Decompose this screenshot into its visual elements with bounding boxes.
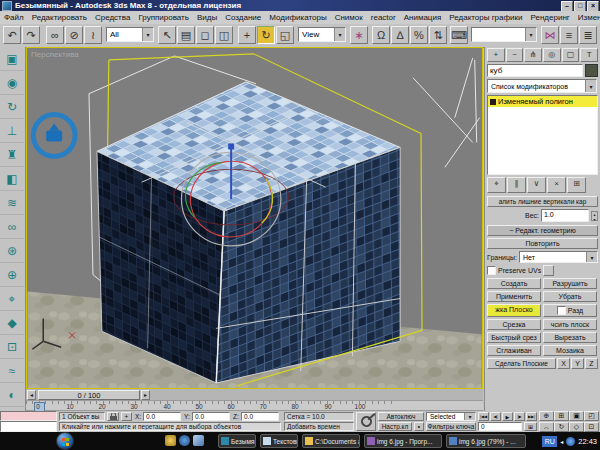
menu-customize[interactable]: Изменить (574, 13, 600, 22)
zoom-all-icon[interactable]: ⊞ (554, 411, 569, 421)
left-toolbar-button[interactable]: ◉ (0, 71, 24, 95)
time-slider-left-icon[interactable]: ◂ (27, 390, 36, 400)
collapse-button[interactable]: Разрушить (543, 278, 597, 289)
track-bar[interactable]: 0 10 20 30 40 50 60 70 80 90 100 (26, 401, 483, 411)
rectangular-selection-region-icon[interactable]: ◻ (196, 26, 214, 44)
weight-spinner[interactable]: ▴▾ (591, 211, 598, 221)
make-planar-button[interactable]: Сделать Плоские (487, 358, 556, 369)
select-object-icon[interactable]: ↖ (158, 26, 176, 44)
constraints-dropdown[interactable]: Нет ▾ (519, 251, 598, 263)
absolute-offset-mode-icon[interactable]: + (121, 412, 132, 421)
key-mode-dropdown[interactable]: Selected ▾ (426, 412, 476, 421)
tray-bluetooth-icon[interactable] (566, 437, 575, 446)
tab-modify-icon[interactable]: ~ (506, 48, 524, 62)
unlink-selection-icon[interactable]: ⊘ (65, 26, 83, 44)
menu-reactor[interactable]: reactor (367, 13, 400, 22)
split-option[interactable]: Разд (543, 304, 597, 317)
perspective-viewport[interactable]: Перспектива (26, 47, 483, 389)
chevron-down-icon[interactable]: ▾ (142, 28, 153, 41)
show-end-result-icon[interactable]: ∥ (507, 177, 526, 193)
angle-snap-icon[interactable]: ∆ (391, 26, 409, 44)
key-filters-button[interactable]: Фильтры ключа (426, 422, 476, 431)
add-time-tag[interactable]: Добавить времен (284, 422, 354, 431)
modifier-stack-item[interactable]: Изменяемый полигон (488, 96, 597, 107)
left-toolbar-button[interactable]: ▣ (0, 47, 24, 71)
go-to-end-icon[interactable]: ▶▶| (526, 412, 537, 421)
slice-button[interactable]: Срезка (487, 319, 541, 330)
key-filter-icon[interactable]: • (414, 422, 424, 431)
select-and-manipulate-icon[interactable]: ∗ (350, 26, 368, 44)
menu-views[interactable]: Виды (193, 13, 221, 22)
selection-filter-dropdown[interactable]: All ▾ (106, 27, 154, 42)
make-unique-icon[interactable]: ∨ (527, 177, 546, 193)
tab-create-icon[interactable]: + (487, 48, 505, 62)
left-toolbar-button[interactable]: ⊥ (0, 119, 24, 143)
min-max-toggle-icon[interactable]: ⊡ (584, 422, 599, 432)
modifier-list-dropdown[interactable]: Список модификаторов ▾ (487, 79, 597, 93)
quick-launch-icon[interactable] (193, 435, 204, 446)
reference-coordinate-dropdown[interactable]: View ▾ (298, 27, 346, 42)
left-toolbar-button[interactable]: ⊛ (0, 239, 24, 263)
object-color-swatch[interactable] (585, 64, 598, 77)
quick-launch-icon[interactable] (165, 435, 176, 446)
menu-group[interactable]: Группировать (134, 13, 193, 22)
menu-snapshot[interactable]: Снимок (331, 13, 367, 22)
menu-tools[interactable]: Средства (91, 13, 134, 22)
left-toolbar-button[interactable]: ◧ (0, 167, 24, 191)
rollout-edit-geometry[interactable]: − Редакт. геометрию (487, 225, 598, 236)
set-keys-icon[interactable] (356, 412, 376, 431)
chevron-down-icon[interactable]: ▾ (585, 80, 596, 92)
macro-recorder-line[interactable] (0, 411, 57, 421)
menu-animation[interactable]: Анимация (400, 13, 446, 22)
quick-launch-icon[interactable] (179, 435, 190, 446)
key-settings-button[interactable]: Настр.кл (378, 422, 412, 431)
configure-modifier-sets-icon[interactable]: ⊞ (567, 177, 586, 193)
keyboard-shortcut-override-icon[interactable]: ⌨ (450, 26, 468, 44)
z-coordinate-field[interactable]: 0.0 (241, 412, 279, 421)
current-frame-field[interactable]: 0 (478, 422, 522, 431)
zoom-icon[interactable]: ⊕ (539, 411, 554, 421)
menu-file[interactable]: Файл (0, 13, 28, 22)
field-of-view-icon[interactable]: ◇ (569, 422, 584, 432)
create-button[interactable]: Создать (487, 278, 541, 289)
taskbar-task-explorer[interactable]: C:\Documents and... (302, 434, 360, 448)
taskbar-task-image-program[interactable]: img 6.jpg - Прогр... (364, 434, 442, 448)
next-frame-icon[interactable]: |▶ (514, 412, 525, 421)
chevron-down-icon[interactable]: ▾ (525, 28, 536, 41)
select-by-name-icon[interactable]: ▤ (177, 26, 195, 44)
auto-key-button[interactable]: Автоключ (378, 412, 424, 421)
tray-chevron-icon[interactable]: ◂ (560, 438, 563, 445)
go-to-start-icon[interactable]: |◀◀ (478, 412, 489, 421)
taskbar-task-image-viewer[interactable]: img 6.jpg (79%) - ... (446, 434, 526, 448)
arc-rotate-icon[interactable]: ↻ (554, 422, 569, 432)
weight-field[interactable]: 1.0 (541, 209, 589, 222)
preserve-uvs-settings-icon[interactable] (543, 265, 554, 276)
make-planar-z-button[interactable]: Z (585, 358, 598, 369)
chevron-down-icon[interactable]: ▾ (334, 28, 345, 41)
taskbar-task-3dsmax[interactable]: Безымянный - Ав... (218, 434, 256, 448)
named-selection-sets-dropdown[interactable]: ▾ (471, 27, 537, 42)
previous-frame-icon[interactable]: ◀| (490, 412, 501, 421)
redo-icon[interactable]: ↷ (22, 26, 40, 44)
attach-button[interactable]: Применить (487, 291, 541, 302)
remove-isolated-vertices-button[interactable]: алить лишние вертикали кар (487, 196, 598, 207)
crossing-selection-icon[interactable]: ◫ (215, 26, 233, 44)
x-coordinate-field[interactable]: 0.0 (143, 412, 181, 421)
tab-motion-icon[interactable]: ◎ (543, 48, 561, 62)
y-coordinate-field[interactable]: 0.0 (192, 412, 230, 421)
repeat-last-button[interactable]: Повторить (487, 238, 598, 249)
make-planar-y-button[interactable]: Y (571, 358, 584, 369)
msmooth-button[interactable]: Сглаживан (487, 345, 541, 356)
zoom-region-icon[interactable]: ◰ (584, 411, 599, 421)
detach-button[interactable]: Убрать (543, 291, 597, 302)
viewport-label[interactable]: Перспектива (31, 50, 79, 59)
menu-edit[interactable]: Редактировать (28, 13, 91, 22)
select-and-move-icon[interactable]: + (238, 26, 256, 44)
mirror-icon[interactable]: ⋈ (541, 26, 559, 44)
tab-hierarchy-icon[interactable]: ⋔ (524, 48, 542, 62)
left-toolbar-button[interactable]: ≋ (0, 191, 24, 215)
left-toolbar-button[interactable]: ∞ (0, 215, 24, 239)
taskbar-task-notepad[interactable]: Текстовый докум... (260, 434, 298, 448)
percent-snap-icon[interactable]: % (410, 26, 428, 44)
play-icon[interactable]: ▶ (502, 412, 513, 421)
